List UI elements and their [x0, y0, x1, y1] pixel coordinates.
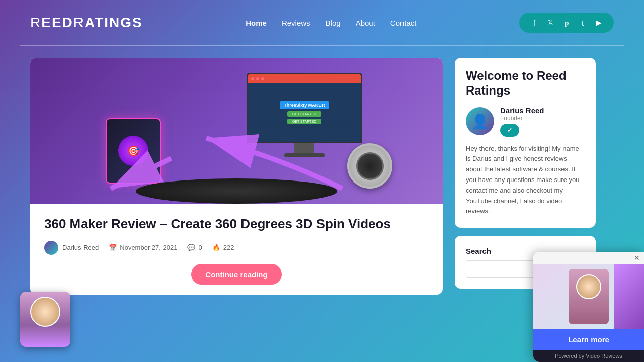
header: REEDRATINGS Home Reviews Blog About Cont… [0, 0, 644, 45]
video-bg-decoration [614, 264, 644, 329]
camera-graphic [347, 143, 392, 189]
close-video-button[interactable]: ✕ [634, 254, 640, 262]
video-popup: ✕ Learn more Powered by Video Reviews [533, 252, 644, 362]
nav-contact[interactable]: Contact [390, 19, 417, 27]
profile-role: Founder [500, 115, 544, 122]
youtube-icon[interactable]: ▶ [593, 17, 605, 29]
profile-name: Darius Reed [500, 106, 544, 115]
twitter-icon[interactable]: 𝕏 [544, 17, 556, 29]
product-box: 🎯 [106, 118, 161, 184]
platform-graphic [136, 178, 337, 204]
facebook-icon[interactable]: f [528, 17, 540, 29]
video-content [533, 264, 644, 329]
article-body: 360 Maker Review – Create 360 Degrees 3D… [30, 204, 443, 295]
video-person [569, 269, 609, 324]
author-name: Darius Reed [62, 244, 99, 251]
profile-button[interactable]: ✓ [500, 124, 519, 137]
software-btn: GET STARTED [287, 111, 321, 117]
continue-reading-button[interactable]: Continue reading [191, 264, 281, 285]
nav-blog[interactable]: Blog [326, 19, 341, 27]
meta-date: 📅 November 27, 2021 [109, 244, 177, 251]
article-card: ThreeSixty MAKER GET STARTED GET STARTED… [30, 58, 443, 295]
floating-avatar [20, 292, 70, 347]
nav-reviews[interactable]: Reviews [282, 19, 310, 27]
article-meta: Darius Reed 📅 November 27, 2021 💬 0 🔥 22… [44, 241, 429, 255]
profile-info: Darius Reed Founder ✓ [500, 106, 544, 137]
social-bar: f 𝕏 𝐩 t ▶ [519, 13, 614, 33]
meta-views: 🔥 222 [212, 244, 234, 251]
comment-icon: 💬 [187, 244, 195, 251]
profile-avatar: 👤 [466, 107, 494, 135]
article-image: ThreeSixty MAKER GET STARTED GET STARTED… [30, 58, 443, 204]
powered-by-text: Powered by Video Reviews [533, 350, 644, 362]
main-nav: Home Reviews Blog About Contact [246, 19, 416, 27]
welcome-title: Welcome to Reed Ratings [466, 69, 585, 98]
welcome-text: Hey there, thanks for visiting! My name … [466, 144, 585, 217]
learn-more-button[interactable]: Learn more [533, 329, 644, 350]
tumblr-icon[interactable]: t [577, 17, 589, 29]
author-avatar [44, 241, 58, 255]
calendar-icon: 📅 [109, 244, 117, 251]
video-popup-header: ✕ [533, 252, 644, 264]
meta-author: Darius Reed [44, 241, 99, 255]
software-logo: ThreeSixty MAKER [280, 101, 329, 109]
nav-about[interactable]: About [356, 19, 375, 27]
site-logo[interactable]: REEDRATINGS [30, 15, 143, 31]
nav-home[interactable]: Home [246, 19, 267, 27]
monitor-graphic: ThreeSixty MAKER GET STARTED GET STARTED [247, 73, 362, 157]
fire-icon: 🔥 [212, 244, 220, 251]
product-logo: 🎯 [118, 136, 148, 166]
check-icon: ✓ [507, 127, 512, 134]
meta-comments: 💬 0 [187, 244, 202, 251]
welcome-card: Welcome to Reed Ratings 👤 Darius Reed Fo… [455, 58, 596, 228]
profile-row: 👤 Darius Reed Founder ✓ [466, 106, 585, 137]
software-btn2: GET STARTED [287, 119, 321, 124]
pinterest-icon[interactable]: 𝐩 [560, 17, 573, 29]
article-title: 360 Maker Review – Create 360 Degrees 3D… [44, 216, 429, 233]
